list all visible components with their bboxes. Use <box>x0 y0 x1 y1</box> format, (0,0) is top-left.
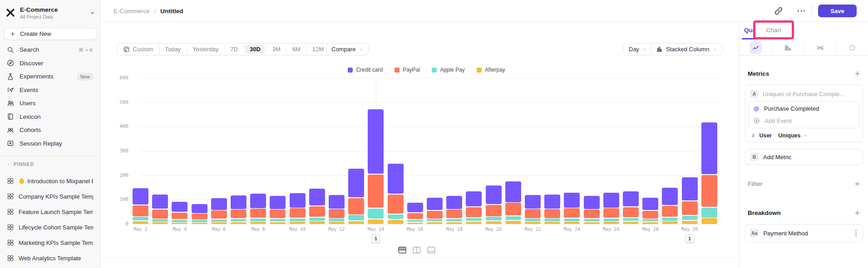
bar-segment-afterpay[interactable] <box>133 221 148 224</box>
tab-flows[interactable] <box>804 40 836 55</box>
sidebar-item-discover[interactable]: Discover <box>0 57 100 70</box>
annotation-badge[interactable]: 1 <box>371 234 380 243</box>
bar-segment-apple-pay[interactable] <box>446 219 462 221</box>
bar-segment-credit-card[interactable] <box>427 198 443 210</box>
tab-more-reports[interactable] <box>836 40 868 55</box>
bar-segment-apple-pay[interactable] <box>270 219 286 221</box>
bar-segment-afterpay[interactable] <box>329 222 345 224</box>
legend-item-paypal[interactable]: PayPal <box>395 67 420 73</box>
bar-segment-paypal[interactable] <box>682 201 698 215</box>
bar-segment-credit-card[interactable] <box>682 177 698 200</box>
add-filter-plus-icon[interactable] <box>854 180 861 187</box>
bar-segment-afterpay[interactable] <box>309 221 325 224</box>
layout-toggle-bottom-panel[interactable] <box>425 245 437 255</box>
bar-segment-paypal[interactable] <box>133 205 148 216</box>
bar-segment-credit-card[interactable] <box>388 164 404 193</box>
breakdown-menu-icon[interactable] <box>854 229 858 238</box>
bar-segment-afterpay[interactable] <box>368 219 384 224</box>
save-button[interactable]: Save <box>818 5 857 17</box>
range-yesterday[interactable]: Yesterday <box>187 44 224 55</box>
bar-segment-afterpay[interactable] <box>290 222 306 224</box>
bar-segment-apple-pay[interactable] <box>348 215 364 220</box>
legend-item-credit-card[interactable]: Credit card <box>348 67 383 73</box>
bar-segment-credit-card[interactable] <box>348 169 364 197</box>
bar-segment-afterpay[interactable] <box>427 222 443 224</box>
chart-type-dropdown[interactable]: Stacked Column <box>651 43 722 55</box>
bar-segment-apple-pay[interactable] <box>290 219 306 221</box>
bar-segment-apple-pay[interactable] <box>211 219 227 222</box>
bar-segment-apple-pay[interactable] <box>172 220 187 222</box>
granularity-dropdown[interactable]: Day <box>623 43 652 55</box>
bar-segment-apple-pay[interactable] <box>525 219 541 221</box>
bar-segment-paypal[interactable] <box>290 208 306 218</box>
bar-segment-credit-card[interactable] <box>270 196 286 209</box>
bar-segment-credit-card[interactable] <box>152 195 168 209</box>
bar-segment-apple-pay[interactable] <box>231 219 247 221</box>
bar-segment-paypal[interactable] <box>270 210 286 218</box>
pinned-board-company-kpis-sample-templat[interactable]: Company KPIs Sample Templat <box>0 189 100 204</box>
pinned-board-web-analytics-template[interactable]: Web Analytics Template <box>0 250 100 266</box>
add-breakdown-plus-icon[interactable] <box>854 210 861 216</box>
bar-segment-credit-card[interactable] <box>662 188 678 205</box>
bar-segment-afterpay[interactable] <box>231 222 247 224</box>
bar-segment-afterpay[interactable] <box>623 222 639 224</box>
bar-segment-credit-card[interactable] <box>407 203 423 212</box>
bar-segment-paypal[interactable] <box>407 213 423 219</box>
bar-segment-credit-card[interactable] <box>466 191 482 207</box>
pinned-board-lifecycle-cohort-sample-temp[interactable]: Lifecycle Cohort Sample Temp <box>0 219 100 235</box>
bar-segment-paypal[interactable] <box>505 203 521 215</box>
pinned-section-header[interactable]: PINNED <box>6 161 34 167</box>
bar-segment-afterpay[interactable] <box>446 222 462 224</box>
pinned-board-introduction-to-mixpanel-bo[interactable]: Introduction to Mixpanel Bo <box>0 173 100 189</box>
bar-segment-apple-pay[interactable] <box>427 219 443 221</box>
bar-segment-credit-card[interactable] <box>192 204 207 213</box>
sidebar-item-lexicon[interactable]: Lexicon <box>0 110 100 124</box>
bar-segment-afterpay[interactable] <box>682 221 698 224</box>
event-row[interactable]: Purchase Completed <box>749 102 859 115</box>
range-custom[interactable]: Custom <box>117 44 159 55</box>
bar-segment-afterpay[interactable] <box>466 222 482 224</box>
legend-item-afterpay[interactable]: Afterpay <box>477 67 505 73</box>
bar-segment-paypal[interactable] <box>525 209 541 218</box>
range-3m[interactable]: 3M <box>266 44 286 55</box>
sidebar-item-events[interactable]: Events <box>0 83 100 97</box>
compare-button[interactable]: Compare <box>326 43 369 55</box>
range-7d[interactable]: 7D <box>224 44 244 55</box>
add-event-row[interactable]: Add Event <box>749 115 859 127</box>
bar-segment-credit-card[interactable] <box>603 193 619 208</box>
sidebar-item-users[interactable]: Users <box>0 97 100 110</box>
share-link-icon[interactable] <box>774 6 783 15</box>
bar-segment-paypal[interactable] <box>642 211 658 219</box>
bar-segment-apple-pay[interactable] <box>152 219 168 221</box>
bar-segment-afterpay[interactable] <box>388 220 404 224</box>
pinned-board-marketing-kpis-sample-templat[interactable]: Marketing KPIs Sample Templat <box>0 235 100 250</box>
bar-segment-credit-card[interactable] <box>250 194 266 208</box>
bar-segment-afterpay[interactable] <box>525 222 541 224</box>
bar-segment-afterpay[interactable] <box>584 222 600 224</box>
bar-segment-apple-pay[interactable] <box>662 218 678 221</box>
bar-segment-apple-pay[interactable] <box>564 219 580 221</box>
bar-segment-credit-card[interactable] <box>133 188 148 205</box>
bar-segment-apple-pay[interactable] <box>133 217 148 220</box>
bar-segment-afterpay[interactable] <box>250 222 266 224</box>
bar-segment-credit-card[interactable] <box>623 191 639 207</box>
range-30d[interactable]: 30D <box>243 44 266 55</box>
layout-toggle-split-horizontal[interactable] <box>396 245 408 255</box>
bar-segment-paypal[interactable] <box>603 208 619 218</box>
bar-segment-credit-card[interactable] <box>701 122 717 174</box>
bar-segment-credit-card[interactable] <box>211 198 227 210</box>
bar-segment-credit-card[interactable] <box>486 185 502 204</box>
bar-segment-paypal[interactable] <box>329 209 345 218</box>
range-today[interactable]: Today <box>159 44 187 55</box>
bar-segment-paypal[interactable] <box>309 206 325 217</box>
bar-segment-afterpay[interactable] <box>407 223 423 224</box>
bar-segment-afterpay[interactable] <box>642 222 658 224</box>
more-options-icon[interactable] <box>797 6 806 15</box>
bar-segment-apple-pay[interactable] <box>368 209 384 219</box>
bar-segment-paypal[interactable] <box>564 208 580 218</box>
breakdown-item[interactable]: Aa Payment Method <box>745 224 863 242</box>
bar-segment-afterpay[interactable] <box>701 218 717 224</box>
bar-segment-apple-pay[interactable] <box>466 218 482 221</box>
bar-segment-paypal[interactable] <box>152 210 168 219</box>
bar-segment-apple-pay[interactable] <box>544 219 560 221</box>
